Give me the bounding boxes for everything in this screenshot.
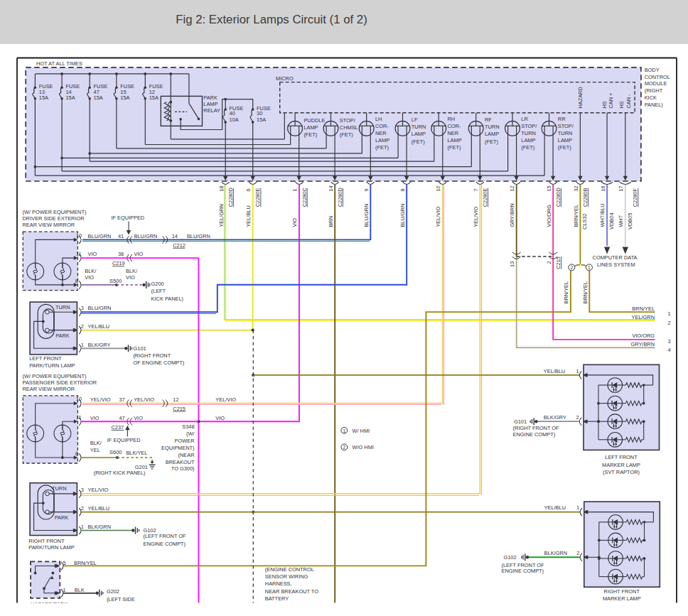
- svg-text:1: 1: [63, 587, 66, 593]
- svg-text:14: 14: [328, 185, 334, 191]
- svg-text:10: 10: [76, 232, 82, 239]
- svg-text:(FET): (FET): [412, 139, 425, 145]
- svg-text:YEL/BLU: YEL/BLU: [544, 504, 566, 511]
- svg-text:C215: C215: [555, 256, 561, 269]
- svg-text:BLU/GRN: BLU/GRN: [88, 233, 112, 239]
- svg-text:BLK/YEL: BLK/YEL: [126, 450, 147, 456]
- svg-text:LAMP: LAMP: [303, 124, 318, 131]
- svg-text:YEL/VIO: YEL/VIO: [473, 207, 479, 227]
- svg-text:(LEFT FRONT OF: (LEFT FRONT OF: [144, 533, 187, 539]
- svg-text:TURN: TURN: [558, 130, 573, 136]
- svg-text:BRN/YEL: BRN/YEL: [632, 306, 655, 312]
- svg-text:8: 8: [75, 450, 78, 457]
- svg-text:(FET): (FET): [340, 131, 353, 138]
- svg-text:18: 18: [218, 185, 225, 191]
- svg-text:NER: NER: [375, 130, 387, 136]
- svg-text:2: 2: [576, 414, 579, 421]
- svg-text:LF: LF: [412, 117, 418, 123]
- svg-text:CAN +: CAN +: [608, 93, 614, 109]
- svg-text:BLU/GRN: BLU/GRN: [187, 233, 210, 239]
- svg-text:17: 17: [618, 185, 624, 191]
- svg-text:YEL/VIO: YEL/VIO: [88, 487, 109, 493]
- svg-text:LAMP: LAMP: [448, 137, 462, 144]
- svg-text:HOT AT ALL TIMES: HOT AT ALL TIMES: [36, 60, 82, 67]
- svg-text:LAMP: LAMP: [521, 137, 535, 144]
- svg-text:S348: S348: [182, 423, 194, 430]
- svg-text:PARK: PARK: [55, 514, 69, 521]
- svg-text:LINES SYSTEM: LINES SYSTEM: [597, 261, 635, 268]
- svg-text:BLK/GRY: BLK/GRY: [544, 414, 566, 421]
- svg-text:LAMP: LAMP: [485, 131, 499, 137]
- svg-text:C212: C212: [173, 242, 186, 249]
- svg-text:LH: LH: [375, 116, 382, 122]
- svg-text:BLU/GRN: BLU/GRN: [88, 305, 112, 311]
- svg-text:LAMP: LAMP: [375, 137, 389, 144]
- svg-text:(SVT RAPTOR): (SVT RAPTOR): [603, 469, 640, 475]
- svg-text:BLK/: BLK/: [90, 440, 102, 446]
- svg-text:MARKER LAMP: MARKER LAMP: [603, 595, 641, 602]
- svg-text:REAR VIEW MIRROR: REAR VIEW MIRROR: [23, 386, 75, 392]
- svg-text:HS: HS: [618, 101, 625, 108]
- svg-text:C2280C: C2280C: [301, 188, 308, 207]
- svg-text:IF EQUIPPED: IF EQUIPPED: [107, 437, 141, 443]
- svg-text:COR-: COR-: [375, 123, 389, 129]
- svg-text:CAN -: CAN -: [625, 94, 632, 109]
- svg-text:(LEFT: (LEFT: [151, 288, 166, 294]
- svg-text:POWER: POWER: [175, 438, 195, 444]
- svg-text:COR-: COR-: [448, 123, 461, 129]
- svg-text:BLK: BLK: [75, 587, 85, 593]
- svg-text:13: 13: [509, 261, 515, 267]
- svg-text:C2280E: C2280E: [254, 188, 261, 207]
- svg-text:2: 2: [546, 261, 552, 264]
- svg-text:IF EQUIPPED: IF EQUIPPED: [111, 215, 144, 221]
- svg-text:C2280F: C2280F: [632, 188, 638, 207]
- svg-text:YEL/VIO: YEL/VIO: [90, 396, 111, 403]
- svg-text:12: 12: [173, 396, 178, 403]
- svg-text:1: 1: [576, 368, 579, 374]
- svg-text:ENGINE COMPT): ENGINE COMPT): [513, 431, 556, 438]
- svg-text:TURN: TURN: [55, 304, 70, 310]
- svg-text:RIGHT FRONT: RIGHT FRONT: [28, 538, 65, 544]
- svg-text:C2280B: C2280B: [582, 188, 588, 207]
- svg-text:PARK: PARK: [203, 94, 217, 101]
- svg-text:(W/: (W/: [186, 431, 195, 437]
- svg-text:C237: C237: [112, 424, 124, 431]
- svg-text:TURN: TURN: [521, 130, 536, 136]
- svg-text:1: 1: [291, 188, 298, 191]
- svg-text:RF: RF: [485, 117, 492, 123]
- svg-text:8: 8: [399, 188, 406, 191]
- svg-text:2: 2: [576, 550, 579, 556]
- svg-text:YEL/VIO: YEL/VIO: [134, 396, 154, 403]
- svg-text:REAR VIEW MIRROR: REAR VIEW MIRROR: [23, 222, 75, 228]
- svg-text:15: 15: [546, 185, 552, 191]
- svg-text:S500: S500: [109, 278, 122, 284]
- svg-text:14: 14: [172, 233, 178, 239]
- svg-text:STOP/: STOP/: [340, 117, 356, 124]
- svg-text:3: 3: [81, 305, 84, 311]
- svg-text:BLK/: BLK/: [126, 268, 138, 274]
- svg-text:9: 9: [363, 188, 370, 191]
- svg-text:VIO: VIO: [85, 274, 94, 281]
- svg-text:VIO/ORG: VIO/ORG: [632, 333, 655, 339]
- svg-text:CLS32: CLS32: [581, 213, 588, 229]
- svg-text:LR: LR: [521, 116, 527, 122]
- svg-text:G101: G101: [514, 418, 527, 425]
- svg-text:2: 2: [668, 320, 671, 326]
- svg-text:(FET): (FET): [558, 144, 571, 151]
- svg-text:EQUIPMENT): EQUIPMENT): [161, 445, 194, 451]
- svg-text:BREAKOUT: BREAKOUT: [166, 459, 195, 465]
- svg-text:GRY/BRN: GRY/BRN: [630, 341, 655, 347]
- svg-text:SENSOR WIRING: SENSOR WIRING: [265, 573, 308, 580]
- svg-text:(FET): (FET): [303, 131, 317, 138]
- svg-text:32: 32: [573, 185, 579, 191]
- svg-text:BLK/GRN: BLK/GRN: [88, 524, 111, 530]
- svg-text:BLK/GRY: BLK/GRY: [88, 342, 111, 348]
- svg-text:HS: HS: [601, 101, 608, 108]
- svg-text:(RIGHT FRONT: (RIGHT FRONT: [133, 352, 171, 359]
- svg-text:2: 2: [343, 445, 345, 450]
- svg-text:KICK PANEL): KICK PANEL): [151, 296, 183, 302]
- svg-text:BLU/GRN: BLU/GRN: [399, 204, 406, 227]
- svg-text:OF ENGINE COMPT): OF ENGINE COMPT): [133, 360, 184, 366]
- svg-text:37: 37: [119, 396, 125, 403]
- svg-text:MODULE: MODULE: [645, 80, 667, 87]
